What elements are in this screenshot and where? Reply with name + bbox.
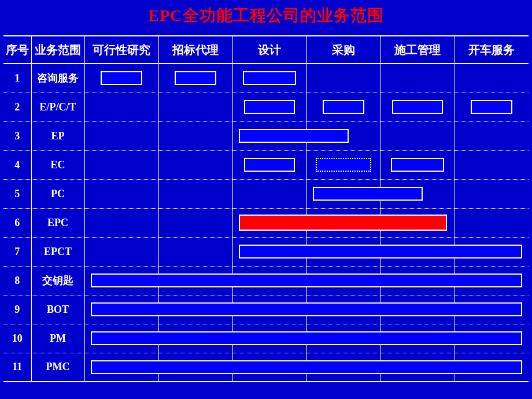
cell-phase: [455, 93, 529, 121]
cell-phase: [232, 353, 306, 382]
header-commissioning: 开车服务: [455, 36, 529, 64]
cell-phase: [380, 266, 455, 295]
cell-seq: 9: [3, 295, 31, 324]
cell-phase: [84, 93, 158, 121]
cell-seq: 8: [3, 266, 31, 295]
cell-phase: [232, 121, 306, 150]
cell-phase: [158, 353, 232, 382]
cell-scope: 咨询服务: [31, 64, 84, 93]
cell-phase: [232, 237, 306, 266]
cell-phase: [380, 208, 455, 237]
header-design: 设计: [232, 36, 306, 64]
cell-seq: 6: [3, 208, 31, 237]
cell-phase: [455, 324, 529, 353]
header-construction: 施工管理: [380, 36, 455, 64]
cell-phase: [306, 150, 380, 179]
cell-phase: [455, 295, 529, 324]
cell-phase: [380, 179, 455, 208]
cell-phase: [380, 295, 455, 324]
cell-phase: [306, 324, 380, 353]
cell-phase: [158, 64, 232, 93]
cell-scope: PMC: [31, 353, 84, 382]
cell-phase: [158, 150, 232, 179]
cell-phase: [84, 266, 158, 295]
cell-phase: [306, 179, 380, 208]
cell-seq: 11: [3, 353, 31, 382]
cell-phase: [455, 208, 529, 237]
cell-scope: EPC: [31, 208, 84, 237]
header-row: 序号 业务范围 可行性研究 招标代理 设计 采购 施工管理 开车服务: [3, 36, 529, 64]
cell-phase: [84, 295, 158, 324]
cell-seq: 5: [3, 179, 31, 208]
scope-bar: [243, 71, 296, 85]
table-row: 8 交钥匙: [3, 266, 529, 295]
page-title: EPC全功能工程公司的业务范围: [0, 0, 532, 35]
cell-phase: [158, 295, 232, 324]
table-row: 4 EC: [3, 150, 529, 179]
cell-phase: [84, 64, 158, 93]
cell-phase: [455, 179, 529, 208]
cell-scope: PM: [31, 324, 84, 353]
table-row: 1 咨询服务: [3, 64, 529, 93]
cell-phase: [455, 266, 529, 295]
scope-bar: [323, 100, 364, 114]
cell-phase: [158, 266, 232, 295]
scope-bar: [244, 100, 295, 114]
cell-phase: [306, 64, 380, 93]
scope-bar-partial: [316, 158, 371, 172]
scope-bar: [471, 100, 512, 114]
cell-phase: [380, 353, 455, 382]
cell-phase: [232, 208, 306, 237]
cell-phase: [84, 324, 158, 353]
cell-phase: [455, 64, 529, 93]
cell-phase: [232, 179, 306, 208]
cell-phase: [158, 93, 232, 121]
cell-phase: [84, 150, 158, 179]
cell-phase: [232, 324, 306, 353]
table-row: 9 BOT: [3, 295, 529, 324]
cell-phase: [232, 295, 306, 324]
cell-phase: [158, 324, 232, 353]
cell-phase: [380, 93, 455, 121]
table-row: 2 E/P/C/T: [3, 93, 529, 121]
header-feasibility: 可行性研究: [84, 36, 158, 64]
cell-phase: [232, 93, 306, 121]
scope-bar: [101, 71, 142, 85]
table-row: 7 EPCT: [3, 237, 529, 266]
cell-phase: [158, 121, 232, 150]
cell-phase: [84, 353, 158, 382]
scope-table-container: 序号 业务范围 可行性研究 招标代理 设计 采购 施工管理 开车服务 1 咨询服…: [0, 35, 532, 382]
table-row: 10 PM: [3, 324, 529, 353]
cell-phase: [232, 266, 306, 295]
table-row: 11 PMC: [3, 353, 529, 382]
table-row: 3 EP: [3, 121, 529, 150]
table-row: 6 EPC: [3, 208, 529, 237]
table-row: 5 PC: [3, 179, 529, 208]
cell-phase: [158, 237, 232, 266]
scope-table: 序号 业务范围 可行性研究 招标代理 设计 采购 施工管理 开车服务 1 咨询服…: [3, 35, 529, 382]
cell-phase: [232, 64, 306, 93]
cell-scope: EPCT: [31, 237, 84, 266]
cell-scope: E/P/C/T: [31, 93, 84, 121]
cell-phase: [455, 237, 529, 266]
cell-seq: 2: [3, 93, 31, 121]
cell-phase: [306, 266, 380, 295]
header-seq: 序号: [3, 36, 31, 64]
cell-phase: [232, 150, 306, 179]
scope-bar: [244, 158, 295, 172]
cell-phase: [84, 121, 158, 150]
cell-scope: PC: [31, 179, 84, 208]
scope-bar: [391, 158, 444, 172]
cell-seq: 1: [3, 64, 31, 93]
cell-seq: 4: [3, 150, 31, 179]
cell-phase: [158, 179, 232, 208]
cell-phase: [455, 121, 529, 150]
cell-phase: [455, 150, 529, 179]
cell-phase: [84, 208, 158, 237]
cell-seq: 10: [3, 324, 31, 353]
cell-phase: [158, 208, 232, 237]
cell-phase: [380, 64, 455, 93]
cell-phase: [84, 179, 158, 208]
cell-phase: [84, 237, 158, 266]
cell-phase: [380, 150, 455, 179]
